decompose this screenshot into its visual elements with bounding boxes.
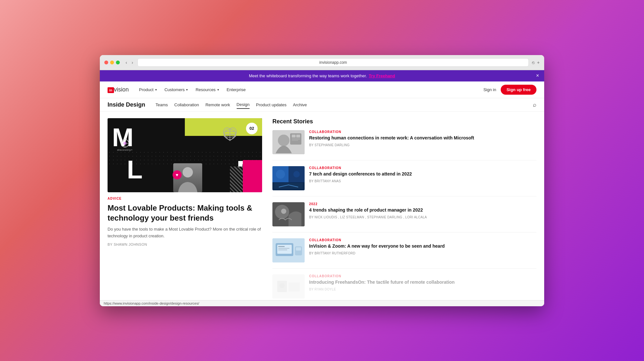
minimize-dot[interactable] — [110, 61, 114, 64]
svg-rect-19 — [274, 183, 303, 189]
story-title[interactable]: Restoring human connections in remote wo… — [309, 135, 536, 141]
story-card: COLLABORATION InVision & Zoom: A new way… — [272, 238, 536, 269]
banner-cta[interactable]: Try Freehand — [369, 73, 395, 78]
story-content: 2022 4 trends shaping the role of produc… — [309, 202, 536, 226]
svg-rect-28 — [278, 250, 287, 250]
main-layout: M L P — [100, 112, 544, 300]
story-author: BY STEPHANIE DARLING — [309, 143, 536, 148]
article-excerpt: Do you have the tools to make a Most Lov… — [108, 226, 262, 240]
sign-in-button[interactable]: Sign in — [483, 87, 496, 92]
inside-nav-teams[interactable]: Teams — [156, 101, 168, 109]
signup-button[interactable]: Sign up free — [501, 85, 536, 95]
logo-icon: in — [108, 87, 114, 93]
svg-rect-30 — [296, 247, 301, 251]
svg-point-7 — [278, 135, 289, 146]
close-dot[interactable] — [104, 61, 108, 64]
maximize-dot[interactable] — [116, 61, 120, 64]
story-category-tag: COLLABORATION — [309, 274, 536, 278]
recent-stories-section: Recent Stories COLLABORATION Restoring h… — [262, 118, 536, 300]
story-title[interactable]: 7 tech and design conferences to attend … — [309, 171, 536, 177]
svg-rect-12 — [292, 140, 298, 141]
nav-right: Sign in Sign up free — [483, 85, 536, 95]
number-badge: 02 — [246, 123, 258, 134]
nav-customers-label: Customers — [165, 87, 185, 92]
status-url: https://www.invisionapp.com/inside-desig… — [104, 301, 199, 305]
discovery-logo: discovery+ — [117, 139, 133, 151]
inside-nav-design[interactable]: Design — [237, 101, 250, 109]
article-title[interactable]: Most Lovable Products: Making tools & te… — [108, 203, 262, 223]
nav-item-resources[interactable]: Resources ▾ — [195, 87, 219, 92]
svg-rect-26 — [278, 246, 285, 247]
chevron-down-icon: ▾ — [217, 88, 219, 91]
svg-rect-10 — [296, 135, 300, 138]
story-thumbnail — [272, 202, 305, 226]
inside-nav-archive[interactable]: Archive — [293, 101, 307, 109]
story-thumbnail — [272, 130, 305, 154]
story-author: BY BRITTANY ANAS — [309, 179, 536, 184]
svg-point-17 — [293, 171, 300, 177]
status-bar: https://www.invisionapp.com/inside-desig… — [100, 300, 544, 306]
svg-point-16 — [276, 170, 285, 179]
heart-wireframe — [220, 125, 240, 144]
heart-pink-icon: ♥ — [173, 170, 182, 179]
story-thumbnail — [272, 238, 305, 262]
recent-stories-title: Recent Stories — [272, 118, 536, 125]
story-card: 2022 4 trends shaping the role of produc… — [272, 202, 536, 233]
story-title[interactable]: InVision & Zoom: A new way for everyone … — [309, 243, 536, 250]
nav-item-enterprise[interactable]: Enterprise — [227, 87, 246, 92]
page-content: Meet the whiteboard transforming the way… — [100, 70, 544, 300]
search-icon: ⌕ — [533, 101, 536, 108]
inside-design-title[interactable]: Inside Design — [108, 101, 145, 108]
featured-article-image[interactable]: M L P — [108, 118, 262, 192]
story-category-tag: COLLABORATION — [309, 130, 536, 134]
svg-rect-9 — [292, 135, 296, 138]
forward-button[interactable]: › — [130, 59, 135, 66]
stripes — [230, 166, 243, 192]
nav-item-customers[interactable]: Customers ▾ — [165, 87, 188, 92]
inside-design-nav: Inside Design Teams Collaboration Remote… — [100, 98, 544, 112]
nav-item-product[interactable]: Product ▾ — [139, 87, 157, 92]
browser-chrome: ‹ › invisionapp.com ⎋ + — [100, 55, 544, 70]
story-content: COLLABORATION 7 tech and design conferen… — [309, 166, 536, 190]
nav-enterprise-label: Enterprise — [227, 87, 246, 92]
inside-nav-collaboration[interactable]: Collaboration — [174, 101, 199, 109]
story-card: COLLABORATION 7 tech and design conferen… — [272, 166, 536, 196]
browser-navigation: ‹ › — [124, 59, 134, 66]
pink-bar — [243, 160, 262, 192]
logo-wordmark: vision — [114, 86, 129, 93]
story-card: COLLABORATION Restoring human connection… — [272, 130, 536, 160]
nav-resources-label: Resources — [195, 87, 215, 92]
search-button[interactable]: ⌕ — [533, 101, 536, 108]
banner-text: Meet the whiteboard transforming the way… — [249, 73, 367, 78]
browser-window: ‹ › invisionapp.com ⎋ + Meet the whitebo… — [100, 55, 544, 306]
svg-rect-11 — [292, 138, 300, 139]
story-thumbnail — [272, 274, 305, 299]
url-text: invisionapp.com — [319, 60, 347, 65]
announcement-banner: Meet the whiteboard transforming the way… — [100, 70, 544, 81]
inside-nav-remote-work[interactable]: Remote work — [205, 101, 230, 109]
story-content: COLLABORATION InVision & Zoom: A new way… — [309, 238, 536, 262]
story-year-tag: 2022 — [309, 202, 536, 206]
svg-rect-27 — [278, 248, 289, 249]
article-tag: ADVICE — [108, 197, 262, 200]
back-button[interactable]: ‹ — [124, 59, 128, 66]
banner-close-button[interactable]: × — [536, 73, 539, 79]
browser-action-icons: ⎋ + — [532, 60, 540, 65]
inside-nav-product-updates[interactable]: Product updates — [256, 101, 287, 109]
story-author: BY BRITTANY RUTHERFORD — [309, 251, 536, 256]
story-category-tag: COLLABORATION — [309, 166, 536, 170]
chevron-down-icon: ▾ — [155, 88, 157, 91]
story-card: COLLABORATION Introducing FreehandsOn: T… — [272, 274, 536, 300]
invision-logo[interactable]: invision — [108, 86, 129, 93]
story-content: COLLABORATION Restoring human connection… — [309, 130, 536, 154]
address-bar[interactable]: invisionapp.com — [137, 58, 528, 67]
story-title[interactable]: 4 trends shaping the role of product man… — [309, 207, 536, 214]
window-controls — [104, 61, 120, 64]
letter-l: L — [127, 157, 143, 183]
chevron-down-icon: ▾ — [186, 88, 188, 91]
svg-point-22 — [281, 209, 286, 214]
mlp-poster: M L P — [108, 118, 262, 192]
new-tab-icon[interactable]: + — [537, 60, 540, 65]
share-icon[interactable]: ⎋ — [532, 60, 535, 65]
story-title[interactable]: Introducing FreehandsOn: The tactile fut… — [309, 279, 536, 286]
